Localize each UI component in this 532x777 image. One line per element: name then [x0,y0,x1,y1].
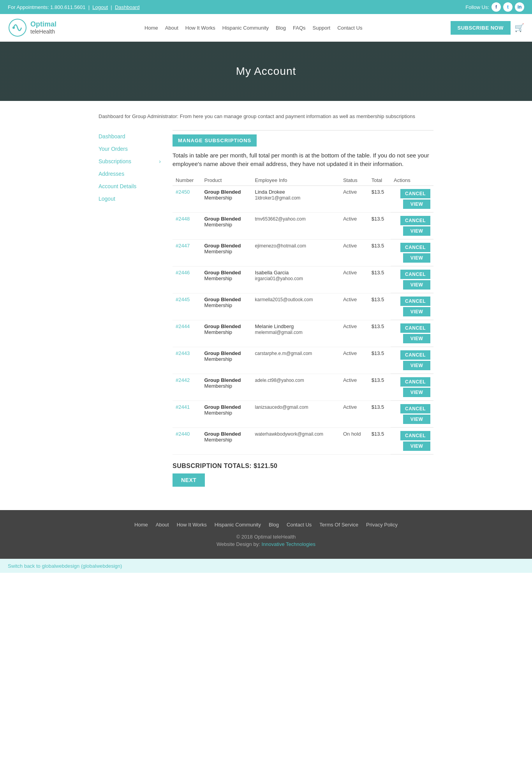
section-title: MANAGE SUBSCRIPTIONS [173,134,257,147]
sidebar-item-account-details[interactable]: Account Details [99,180,161,192]
cancel-button[interactable]: CANCEL [400,404,430,413]
col-product: Product [201,175,252,186]
footer-copyright: © 2018 Optimal teleHealth [8,534,524,540]
logo-text: Optimal teleHealth [30,20,56,35]
footer-privacy[interactable]: Privacy Policy [366,522,398,528]
nav-bar: Optimal teleHealth Home About How It Wor… [0,14,532,42]
product-cell: Group BlendedMembership [201,239,252,266]
nav-contact-us[interactable]: Contact Us [337,25,362,31]
logout-link[interactable]: Logout [92,4,108,10]
hero-title: My Account [8,65,524,78]
status-cell: On hold [340,427,368,454]
status-cell: Active [340,320,368,347]
total-cell: $13.5 [368,239,391,266]
cancel-button[interactable]: CANCEL [400,431,430,440]
view-button[interactable]: VIEW [403,334,430,343]
order-link[interactable]: #2441 [176,404,190,410]
subscribe-button[interactable]: SUBSCRIBE NOW [451,21,511,35]
actions-cell: CANCELVIEW [391,293,433,320]
order-link[interactable]: #2443 [176,350,190,356]
product-line2: Membership [204,195,233,201]
table-row: #2441Group BlendedMembershiplanizsaucedo… [173,401,433,427]
product-line2: Membership [204,275,233,281]
status-cell: Active [340,266,368,293]
dashboard-link[interactable]: Dashboard [115,4,140,10]
order-link[interactable]: #2450 [176,189,190,195]
product-line2: Membership [204,249,233,254]
view-button[interactable]: VIEW [403,307,430,316]
view-button[interactable]: VIEW [403,415,430,424]
cancel-button[interactable]: CANCEL [400,297,430,306]
subscription-totals: SUBSCRIPTION TOTALS: $121.50 [173,463,433,470]
view-button[interactable]: VIEW [403,200,430,209]
sidebar-item-dashboard[interactable]: Dashboard [99,130,161,143]
sidebar-item-your-orders[interactable]: Your Orders [99,143,161,155]
actions-cell: CANCELVIEW [391,347,433,374]
sidebar-item-addresses[interactable]: Addresses [99,168,161,180]
footer-design-link[interactable]: Innovative Technologies [261,541,315,547]
order-link[interactable]: #2442 [176,377,190,383]
order-link[interactable]: #2440 [176,431,190,437]
employee-email: 1ldroker1@gmail.com [255,195,300,201]
product-name: Group Blended [204,297,241,302]
order-link[interactable]: #2444 [176,323,190,329]
employee-email: tmv653662@yahoo.com [255,216,305,222]
view-button[interactable]: VIEW [403,388,430,397]
nav-blog[interactable]: Blog [276,25,286,31]
cancel-button[interactable]: CANCEL [400,216,430,225]
cancel-button[interactable]: CANCEL [400,243,430,252]
sidebar: Dashboard Your Orders Subscriptions › Ad… [99,130,161,487]
facebook-icon[interactable]: f [491,2,501,12]
table-header: Number Product Employee Info Status Tota… [173,175,433,186]
switch-back-link[interactable]: Switch back to globalwebdesign (globalwe… [8,563,122,569]
footer-about[interactable]: About [156,522,169,528]
footer-contact-us[interactable]: Contact Us [287,522,312,528]
footer-hispanic-community[interactable]: Hispanic Community [215,522,261,528]
next-button[interactable]: NEXT [173,473,205,487]
nav-hispanic-community[interactable]: Hispanic Community [222,25,269,31]
actions-cell: CANCELVIEW [391,320,433,347]
nav-home[interactable]: Home [144,25,158,31]
order-number-cell: #2442 [173,374,201,401]
sidebar-item-subscriptions[interactable]: Subscriptions › [99,155,161,168]
linkedin-icon[interactable]: in [515,2,524,12]
footer-design: Website Design by: Innovative Technologi… [8,541,524,547]
order-link[interactable]: #2446 [176,270,190,275]
order-link[interactable]: #2445 [176,297,190,302]
view-button[interactable]: VIEW [403,226,430,236]
subscriptions-table: Number Product Employee Info Status Tota… [173,175,433,455]
nav-faqs[interactable]: FAQs [293,25,306,31]
employee-email: carstarphe.e.m@gmail.com [255,351,312,356]
nav-support[interactable]: Support [313,25,331,31]
cancel-button[interactable]: CANCEL [400,323,430,333]
twitter-icon[interactable]: t [503,2,513,12]
cancel-button[interactable]: CANCEL [400,377,430,387]
cancel-button[interactable]: CANCEL [400,189,430,198]
view-button[interactable]: VIEW [403,280,430,290]
sidebar-item-logout[interactable]: Logout [99,192,161,205]
nav-how-it-works[interactable]: How It Works [185,25,215,31]
cancel-button[interactable]: CANCEL [400,270,430,279]
col-number: Number [173,175,201,186]
order-link[interactable]: #2447 [176,243,190,249]
view-button[interactable]: VIEW [403,361,430,370]
footer-how-it-works[interactable]: How It Works [177,522,207,528]
cancel-button[interactable]: CANCEL [400,350,430,360]
order-link[interactable]: #2448 [176,216,190,222]
product-name: Group Blended [204,270,241,275]
product-name: Group Blended [204,189,241,195]
product-line2: Membership [204,302,233,308]
footer-blog[interactable]: Blog [269,522,279,528]
layout: Dashboard Your Orders Subscriptions › Ad… [99,130,433,487]
cart-icon[interactable]: 🛒 [514,23,524,32]
actions-cell: CANCELVIEW [391,240,433,266]
footer-home[interactable]: Home [134,522,148,528]
view-button[interactable]: VIEW [403,253,430,263]
social-icons: Follow Us: f t in [465,2,524,12]
logo-svg [8,18,27,37]
employee-email: melemmal@gmail.com [255,330,302,335]
order-number-cell: #2440 [173,427,201,454]
nav-about[interactable]: About [165,25,178,31]
view-button[interactable]: VIEW [403,441,430,451]
footer-terms[interactable]: Terms Of Service [319,522,358,528]
